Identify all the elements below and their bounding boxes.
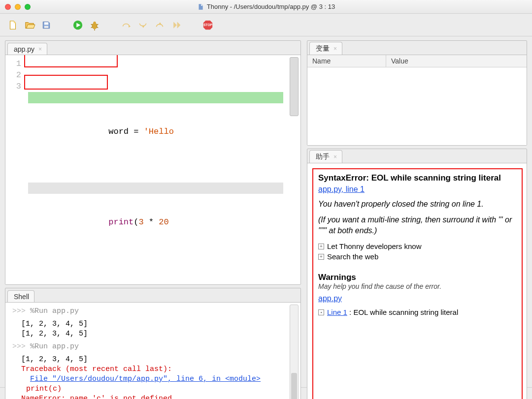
zoom-window-button[interactable] [25, 4, 31, 10]
close-window-button[interactable] [5, 4, 11, 10]
variables-col-name[interactable]: Name [307, 55, 386, 67]
document-icon [197, 3, 204, 10]
svg-text:STOP: STOP [203, 23, 212, 26]
assistant-highlight-box: SyntaxError: EOL while scanning string l… [312, 168, 523, 399]
close-assistant-icon[interactable]: × [333, 154, 337, 160]
assistant-tab-label: 助手 [316, 153, 330, 161]
code-editor[interactable]: 1 2 3 word = 'Hello [5, 55, 300, 284]
assistant-error-location-link[interactable]: app.py, line 1 [318, 185, 365, 193]
shell-output[interactable]: >>> %Run app.py [1, 2, 3, 4, 5] [1, 2, 3… [5, 302, 300, 399]
assistant-warnings-subtitle: May help you find the cause of the error… [318, 282, 517, 290]
assistant-panel: 助手 × SyntaxError: EOL while scanning str… [307, 149, 527, 399]
variables-body: Name Value [307, 55, 527, 145]
bullet-icon: ▪ [318, 309, 324, 315]
variables-tab-label: 变量 [316, 44, 330, 53]
line-gutter: 1 2 3 [5, 55, 25, 284]
annotation-box-1 [24, 55, 118, 67]
window-controls [5, 4, 31, 10]
main-toolbar: STOP [0, 14, 532, 36]
titlebar: Thonny - /Users/doudou/tmp/app.py @ 3 : … [0, 0, 532, 14]
step-into-button[interactable] [137, 19, 149, 31]
svg-rect-1 [44, 26, 48, 28]
assistant-tab[interactable]: 助手 × [309, 150, 342, 163]
resume-button[interactable] [170, 19, 182, 31]
stop-button[interactable]: STOP [202, 19, 214, 31]
save-button[interactable] [40, 19, 52, 31]
assistant-action-report[interactable]: + Let Thonny developers know [318, 242, 517, 250]
editor-tab-app[interactable]: app.py × [7, 43, 47, 55]
close-tab-icon[interactable]: × [38, 46, 42, 52]
assistant-action-search[interactable]: + Search the web [318, 252, 517, 261]
editor-scrollbar[interactable] [290, 57, 299, 116]
annotation-box-2 [24, 75, 108, 90]
variables-panel: 变量 × Name Value [307, 40, 527, 146]
assistant-error-title: SyntaxError: EOL while scanning string l… [318, 173, 517, 183]
shell-panel: Shell >>> %Run app.py [1, 2, 3, 4, 5] [1… [5, 288, 301, 399]
assistant-hint-2: (If you want a multi-line string, then s… [318, 215, 517, 236]
shell-scrollbar[interactable] [290, 305, 299, 399]
assistant-warning-item[interactable]: ▪ Line 1 : EOL while scanning string lit… [318, 308, 517, 316]
editor-panel: app.py × 1 2 3 wo [5, 40, 301, 285]
code-line-1[interactable]: word = 'Hello [28, 92, 300, 103]
assistant-body[interactable]: SyntaxError: EOL while scanning string l… [307, 163, 527, 399]
variables-col-value[interactable]: Value [386, 55, 527, 67]
variables-tab[interactable]: 变量 × [309, 42, 342, 55]
assistant-warn-file-link[interactable]: app.py [318, 294, 342, 303]
shell-tab[interactable]: Shell [7, 290, 34, 303]
run-button[interactable] [72, 19, 84, 31]
traceback-link-1[interactable]: File "/Users/doudou/tmp/app.py", line 6,… [30, 375, 261, 383]
assistant-warnings-heading: Warnings [318, 273, 517, 282]
close-variables-icon[interactable]: × [333, 46, 337, 52]
new-file-button[interactable] [7, 19, 19, 31]
step-out-button[interactable] [154, 19, 166, 31]
svg-rect-0 [44, 22, 48, 25]
assistant-warn-line-link[interactable]: Line 1 [327, 308, 347, 316]
code-line-3[interactable]: print(3 * 20 [28, 183, 300, 194]
svg-point-4 [93, 21, 96, 24]
debug-button[interactable] [89, 19, 100, 31]
open-file-button[interactable] [24, 19, 35, 31]
step-over-button[interactable] [120, 19, 132, 31]
expand-icon: + [318, 244, 324, 249]
expand-icon: + [318, 254, 324, 260]
window-title: Thonny - /Users/doudou/tmp/app.py @ 3 : … [207, 3, 335, 10]
workspace: app.py × 1 2 3 wo [0, 36, 532, 387]
shell-tab-label: Shell [14, 293, 29, 301]
assistant-hint-1: You haven't properly closed the string o… [318, 199, 517, 210]
minimize-window-button[interactable] [15, 4, 21, 10]
editor-tab-label: app.py [14, 45, 34, 53]
